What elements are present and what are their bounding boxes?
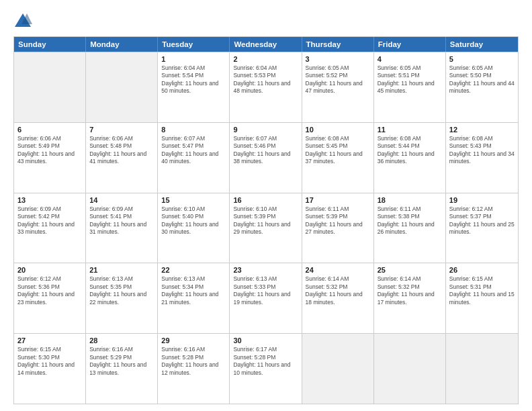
calendar-row-4: 20Sunrise: 6:12 AM Sunset: 5:36 PM Dayli… (14, 263, 518, 333)
calendar-cell: 5Sunrise: 6:05 AM Sunset: 5:50 PM Daylig… (446, 52, 518, 122)
day-info: Sunrise: 6:16 AM Sunset: 5:29 PM Dayligh… (89, 346, 154, 377)
calendar-cell: 8Sunrise: 6:07 AM Sunset: 5:47 PM Daylig… (158, 123, 230, 193)
day-info: Sunrise: 6:14 AM Sunset: 5:32 PM Dayligh… (306, 275, 370, 306)
day-number: 24 (306, 266, 370, 274)
calendar-cell: 27Sunrise: 6:15 AM Sunset: 5:30 PM Dayli… (14, 334, 86, 404)
calendar-cell: 12Sunrise: 6:08 AM Sunset: 5:43 PM Dayli… (446, 123, 518, 193)
calendar-cell: 22Sunrise: 6:13 AM Sunset: 5:34 PM Dayli… (158, 263, 230, 333)
day-number: 18 (378, 196, 442, 204)
calendar-row-2: 6Sunrise: 6:06 AM Sunset: 5:49 PM Daylig… (14, 122, 518, 193)
day-number: 30 (233, 336, 298, 345)
day-info: Sunrise: 6:11 AM Sunset: 5:39 PM Dayligh… (306, 205, 370, 236)
header (13, 12, 519, 31)
day-info: Sunrise: 6:08 AM Sunset: 5:43 PM Dayligh… (449, 135, 515, 166)
day-info: Sunrise: 6:15 AM Sunset: 5:31 PM Dayligh… (449, 275, 515, 306)
calendar-cell: 10Sunrise: 6:08 AM Sunset: 5:45 PM Dayli… (302, 123, 374, 193)
calendar-row-5: 27Sunrise: 6:15 AM Sunset: 5:30 PM Dayli… (14, 333, 518, 404)
day-info: Sunrise: 6:16 AM Sunset: 5:28 PM Dayligh… (161, 346, 226, 377)
day-info: Sunrise: 6:04 AM Sunset: 5:54 PM Dayligh… (161, 64, 226, 95)
day-number: 7 (89, 126, 154, 134)
header-day-tuesday: Tuesday (158, 37, 230, 52)
logo-icon (13, 12, 32, 31)
calendar-cell (86, 52, 158, 122)
day-number: 23 (233, 266, 298, 274)
header-day-wednesday: Wednesday (230, 37, 302, 52)
day-number: 5 (449, 55, 515, 63)
calendar-cell: 4Sunrise: 6:05 AM Sunset: 5:51 PM Daylig… (374, 52, 446, 122)
calendar-cell: 17Sunrise: 6:11 AM Sunset: 5:39 PM Dayli… (302, 193, 374, 263)
day-info: Sunrise: 6:10 AM Sunset: 5:39 PM Dayligh… (233, 205, 298, 236)
day-number: 2 (233, 55, 298, 63)
day-number: 25 (378, 266, 442, 274)
calendar-cell: 2Sunrise: 6:04 AM Sunset: 5:53 PM Daylig… (230, 52, 302, 122)
day-info: Sunrise: 6:05 AM Sunset: 5:52 PM Dayligh… (306, 64, 370, 95)
day-number: 14 (89, 196, 154, 204)
day-number: 29 (161, 336, 226, 345)
calendar-cell: 19Sunrise: 6:12 AM Sunset: 5:37 PM Dayli… (446, 193, 518, 263)
day-number: 28 (89, 336, 154, 345)
day-info: Sunrise: 6:07 AM Sunset: 5:46 PM Dayligh… (233, 135, 298, 166)
page: SundayMondayTuesdayWednesdayThursdayFrid… (0, 0, 532, 411)
calendar-cell: 23Sunrise: 6:13 AM Sunset: 5:33 PM Dayli… (230, 263, 302, 333)
day-info: Sunrise: 6:04 AM Sunset: 5:53 PM Dayligh… (233, 64, 298, 95)
day-info: Sunrise: 6:10 AM Sunset: 5:40 PM Dayligh… (161, 205, 226, 236)
day-number: 22 (161, 266, 226, 274)
calendar-cell: 1Sunrise: 6:04 AM Sunset: 5:54 PM Daylig… (158, 52, 230, 122)
day-info: Sunrise: 6:11 AM Sunset: 5:38 PM Dayligh… (378, 205, 442, 236)
calendar-cell: 25Sunrise: 6:14 AM Sunset: 5:32 PM Dayli… (374, 263, 446, 333)
day-info: Sunrise: 6:13 AM Sunset: 5:33 PM Dayligh… (233, 275, 298, 306)
day-info: Sunrise: 6:13 AM Sunset: 5:35 PM Dayligh… (89, 275, 154, 306)
calendar-cell: 28Sunrise: 6:16 AM Sunset: 5:29 PM Dayli… (86, 334, 158, 404)
day-info: Sunrise: 6:17 AM Sunset: 5:28 PM Dayligh… (233, 346, 298, 377)
calendar-row-1: 1Sunrise: 6:04 AM Sunset: 5:54 PM Daylig… (14, 52, 518, 122)
day-number: 20 (17, 266, 82, 274)
day-info: Sunrise: 6:09 AM Sunset: 5:42 PM Dayligh… (17, 205, 82, 236)
day-info: Sunrise: 6:07 AM Sunset: 5:47 PM Dayligh… (161, 135, 226, 166)
day-number: 17 (306, 196, 370, 204)
calendar-cell: 24Sunrise: 6:14 AM Sunset: 5:32 PM Dayli… (302, 263, 374, 333)
header-day-friday: Friday (374, 37, 446, 52)
day-info: Sunrise: 6:12 AM Sunset: 5:37 PM Dayligh… (449, 205, 515, 236)
calendar-cell: 26Sunrise: 6:15 AM Sunset: 5:31 PM Dayli… (446, 263, 518, 333)
calendar-cell: 14Sunrise: 6:09 AM Sunset: 5:41 PM Dayli… (86, 193, 158, 263)
calendar-cell (446, 334, 518, 404)
day-number: 9 (233, 126, 298, 134)
calendar-row-3: 13Sunrise: 6:09 AM Sunset: 5:42 PM Dayli… (14, 193, 518, 263)
logo (13, 12, 35, 31)
day-number: 4 (378, 55, 442, 63)
header-day-thursday: Thursday (302, 37, 374, 52)
calendar-cell (374, 334, 446, 404)
calendar-cell (14, 52, 86, 122)
calendar-body: 1Sunrise: 6:04 AM Sunset: 5:54 PM Daylig… (14, 52, 518, 404)
day-info: Sunrise: 6:05 AM Sunset: 5:50 PM Dayligh… (449, 64, 515, 95)
header-day-monday: Monday (86, 37, 158, 52)
day-info: Sunrise: 6:06 AM Sunset: 5:49 PM Dayligh… (17, 135, 82, 166)
calendar-cell: 7Sunrise: 6:06 AM Sunset: 5:48 PM Daylig… (86, 123, 158, 193)
day-number: 10 (306, 126, 370, 134)
day-number: 13 (17, 196, 82, 204)
day-number: 16 (233, 196, 298, 204)
calendar-cell: 6Sunrise: 6:06 AM Sunset: 5:49 PM Daylig… (14, 123, 86, 193)
calendar-cell: 15Sunrise: 6:10 AM Sunset: 5:40 PM Dayli… (158, 193, 230, 263)
calendar-cell: 20Sunrise: 6:12 AM Sunset: 5:36 PM Dayli… (14, 263, 86, 333)
header-day-saturday: Saturday (446, 37, 518, 52)
calendar-cell: 21Sunrise: 6:13 AM Sunset: 5:35 PM Dayli… (86, 263, 158, 333)
day-number: 3 (306, 55, 370, 63)
day-info: Sunrise: 6:06 AM Sunset: 5:48 PM Dayligh… (89, 135, 154, 166)
calendar-cell: 3Sunrise: 6:05 AM Sunset: 5:52 PM Daylig… (302, 52, 374, 122)
day-info: Sunrise: 6:05 AM Sunset: 5:51 PM Dayligh… (378, 64, 442, 95)
calendar: SundayMondayTuesdayWednesdayThursdayFrid… (13, 36, 519, 404)
day-number: 19 (449, 196, 515, 204)
calendar-cell: 13Sunrise: 6:09 AM Sunset: 5:42 PM Dayli… (14, 193, 86, 263)
calendar-cell: 9Sunrise: 6:07 AM Sunset: 5:46 PM Daylig… (230, 123, 302, 193)
calendar-cell: 30Sunrise: 6:17 AM Sunset: 5:28 PM Dayli… (230, 334, 302, 404)
day-info: Sunrise: 6:13 AM Sunset: 5:34 PM Dayligh… (161, 275, 226, 306)
day-number: 1 (161, 55, 226, 63)
calendar-cell (302, 334, 374, 404)
day-number: 26 (449, 266, 515, 274)
calendar-cell: 16Sunrise: 6:10 AM Sunset: 5:39 PM Dayli… (230, 193, 302, 263)
day-number: 15 (161, 196, 226, 204)
day-number: 27 (17, 336, 82, 345)
day-number: 21 (89, 266, 154, 274)
calendar-cell: 11Sunrise: 6:08 AM Sunset: 5:44 PM Dayli… (374, 123, 446, 193)
